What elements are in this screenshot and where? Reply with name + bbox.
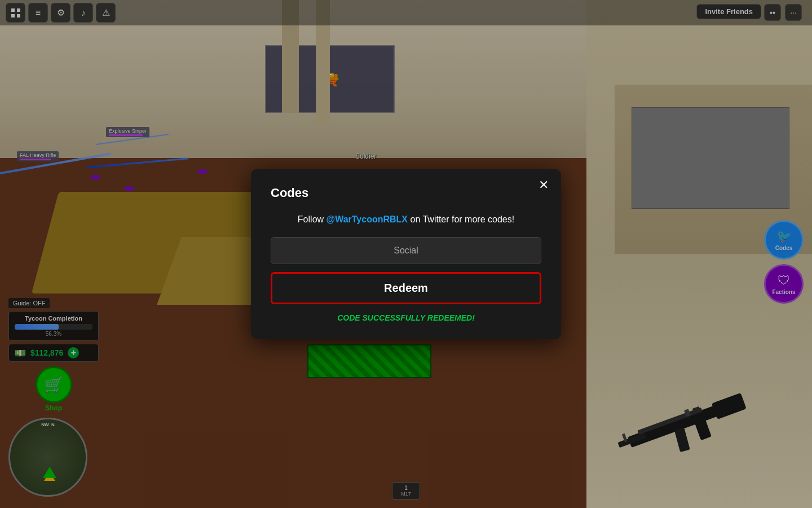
modal-title: Codes [271,186,541,200]
twitter-handle: @WarTycoonRBLX [326,214,408,224]
code-input[interactable] [271,237,541,264]
success-message: CODE SUCCESSFULLY REDEEMED! [271,313,541,322]
modal-close-button[interactable]: ✕ [539,179,549,191]
codes-modal: Codes ✕ Follow @WarTycoonRBLX on Twitter… [251,169,561,339]
modal-twitter-text: Follow @WarTycoonRBLX on Twitter for mor… [271,214,541,225]
modal-overlay: Codes ✕ Follow @WarTycoonRBLX on Twitter… [0,0,812,508]
redeem-button[interactable]: Redeem [271,272,541,304]
twitter-text-after: on Twitter for more codes! [408,214,514,224]
twitter-text-before: Follow [298,214,326,224]
